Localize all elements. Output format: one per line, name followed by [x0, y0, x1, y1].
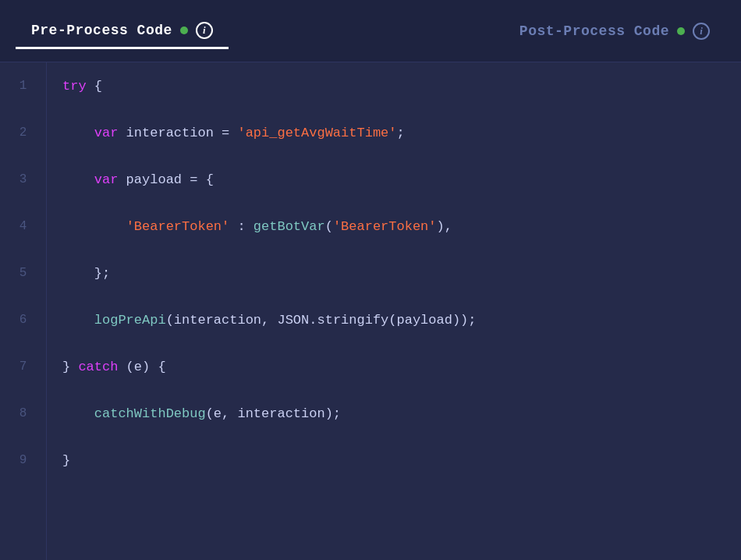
code-line-4: 'BearerToken' : getBotVar ( 'BearerToken…: [62, 203, 725, 250]
line-number-9: 9: [0, 437, 46, 484]
token-paren-close-comma: ),: [437, 219, 452, 234]
token-colon: :: [229, 219, 254, 234]
token-semicolon-1: ;: [397, 126, 405, 140]
token-close-try: }: [62, 360, 78, 374]
line-number-1: 1: [0, 62, 46, 109]
token-var-2: var: [62, 172, 118, 187]
line-number-4: 4: [0, 203, 46, 250]
token-logpreapi-args: (interaction, JSON.stringify(payload));: [166, 313, 477, 328]
post-process-dot: [677, 27, 685, 35]
token-close-brace-semi: };: [62, 266, 110, 281]
main-container: Pre-Process Code i Post-Process Code i 1…: [0, 0, 741, 560]
code-line-5: };: [62, 250, 725, 296]
token-catch-args: (e) {: [118, 360, 165, 374]
token-api-string: 'api_getAvgWaitTime': [237, 126, 396, 140]
pre-process-info-icon[interactable]: i: [196, 22, 213, 39]
token-close-catch: }: [62, 453, 70, 468]
code-line-3: var payload = {: [62, 156, 725, 203]
line-number-5: 5: [0, 250, 46, 296]
token-catchwdebug-args: (e, interaction);: [206, 406, 341, 421]
line-number-8: 8: [0, 390, 46, 437]
post-process-info-icon[interactable]: i: [693, 23, 710, 40]
token-var-1: var: [62, 126, 118, 140]
code-area: 1 2 3 4 5 6 7 8 9 try { var interaction …: [0, 62, 741, 560]
token-interaction-eq: interaction =: [118, 126, 237, 140]
token-logpreapi-fn: logPreApi: [94, 313, 166, 328]
line-number-7: 7: [0, 343, 46, 390]
token-paren-open: (: [325, 219, 333, 234]
token-bearer-val: 'BearerToken': [333, 219, 437, 234]
token-try: try: [62, 79, 87, 94]
token-catchwdebug-fn: catchWithDebug: [94, 406, 206, 421]
token-bearer-key: 'BearerToken': [126, 219, 230, 234]
tab-bar: Pre-Process Code i Post-Process Code i: [0, 0, 741, 62]
code-line-8: catchWithDebug (e, interaction);: [62, 390, 725, 437]
code-line-7: } catch (e) {: [62, 343, 725, 390]
token-indent-8: [62, 406, 94, 421]
line-numbers: 1 2 3 4 5 6 7 8 9: [0, 62, 47, 560]
line-number-2: 2: [0, 109, 46, 156]
post-process-tab-label: Post-Process Code: [519, 23, 669, 39]
code-line-2: var interaction = 'api_getAvgWaitTime' ;: [62, 109, 725, 156]
code-line-6: logPreApi (interaction, JSON.stringify(p…: [62, 296, 725, 343]
code-line-1: try {: [62, 62, 725, 109]
tab-pre-process[interactable]: Pre-Process Code i: [16, 14, 229, 49]
code-line-9: }: [62, 437, 725, 484]
code-content: try { var interaction = 'api_getAvgWaitT…: [47, 62, 741, 560]
token-indent-6: [62, 313, 94, 328]
line-number-3: 3: [0, 156, 46, 203]
pre-process-tab-label: Pre-Process Code: [31, 23, 172, 38]
line-number-6: 6: [0, 296, 46, 343]
token-payload-eq: payload = {: [118, 172, 213, 187]
tab-post-process[interactable]: Post-Process Code i: [504, 15, 725, 48]
token-catch: catch: [78, 360, 118, 374]
token-indent-4: [62, 219, 126, 234]
pre-process-dot: [180, 27, 188, 34]
token-brace-open: {: [87, 79, 102, 94]
token-getbotvar-fn: getBotVar: [254, 219, 325, 234]
